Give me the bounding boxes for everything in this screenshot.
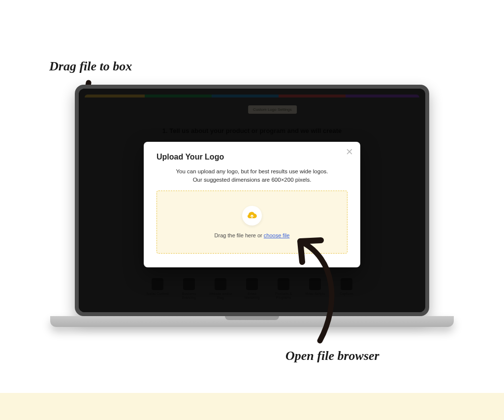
app-category-tiles: Social Content Business Branding Website… [146,278,358,299]
laptop-notch [225,316,279,320]
tile-products-programs: Products & Programs [272,278,295,299]
app-page-chip: Custom Logo Settings [248,105,297,114]
annotation-drag-label: Drag file to box [49,59,132,74]
tile-label: Email Marketing [240,292,264,299]
modal-title: Upload Your Logo [157,153,347,162]
app-step-heading: 1. Tell us about your product or program… [122,127,382,134]
laptop-mockup: Custom Logo Settings 1. Tell us about yo… [75,85,429,327]
dropzone-text: Drag the file here or choose file [215,232,290,238]
tile-video-scripts: Video Scripts [303,278,327,299]
modal-subtitle-line1: You can upload any logo, but for best re… [176,168,328,174]
footer-band [0,393,504,420]
modal-subtitle-line2: Our suggested dimensions are 600×200 pix… [193,177,312,183]
laptop-bezel: Custom Logo Settings 1. Tell us about yo… [75,85,429,316]
tile-business-branding: Business Branding [177,278,201,299]
tile-label: Social Content [146,292,169,295]
dropzone-prefix: Drag the file here or [215,232,264,238]
close-icon [346,148,353,155]
laptop-base [50,316,454,327]
illustration-stage: Drag file to box Custom Logo Settings 1.… [0,0,504,420]
tile-email-marketing: Email Marketing [240,278,264,299]
choose-file-link[interactable]: choose file [264,232,290,238]
tile-label: Products & Programs [272,292,295,299]
annotation-open-browser-label: Open file browser [285,349,379,363]
tile-social-content: Social Content [146,278,169,299]
laptop-screen: Custom Logo Settings 1. Tell us about yo… [79,89,425,312]
tile-label: Captions [340,292,353,295]
file-dropzone[interactable]: Drag the file here or choose file [157,191,347,254]
tile-captions: Captions [335,278,358,299]
cloud-upload-badge [242,206,262,226]
tile-label: Website and/or Blog [209,292,232,299]
tile-website-blog: Website and/or Blog [209,278,232,299]
cloud-upload-icon [246,209,258,222]
tile-label: Video Scripts [305,292,325,295]
close-button[interactable] [346,148,353,156]
app-accent-bar [85,95,419,97]
upload-logo-modal: Upload Your Logo You can upload any logo… [144,142,360,267]
modal-subtitle: You can upload any logo, but for best re… [157,167,347,184]
tile-label: Business Branding [177,292,201,299]
